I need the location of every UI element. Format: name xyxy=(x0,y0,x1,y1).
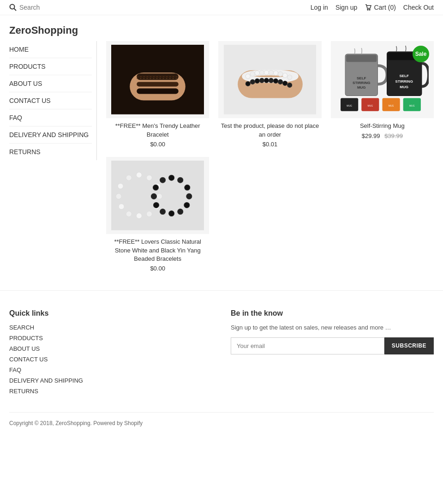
svg-text:MUG: MUG xyxy=(400,85,408,90)
sidebar-item-contact[interactable]: CONTACT US xyxy=(9,92,92,109)
svg-point-32 xyxy=(282,81,287,86)
svg-point-25 xyxy=(250,80,255,84)
svg-point-69 xyxy=(185,185,190,190)
svg-point-66 xyxy=(126,175,132,180)
svg-point-27 xyxy=(259,78,264,83)
product-image-3: SELF STIRRING MUG SELF STIRRING MUG xyxy=(331,41,434,118)
main-layout: HOME PRODUCTS ABOUT US CONTACT US FAQ DE… xyxy=(0,41,443,290)
svg-text:MUG: MUG xyxy=(409,104,415,107)
svg-text:MUG: MUG xyxy=(367,104,373,107)
quick-links-heading: Quick links xyxy=(9,309,212,318)
leather-bracelet-image xyxy=(111,45,204,114)
product-card-4[interactable]: **FREE** Lovers Classic Natural Stone Wh… xyxy=(106,157,209,272)
cart-link[interactable]: Cart (0) xyxy=(374,4,395,11)
svg-point-26 xyxy=(255,79,259,84)
footer-link-about[interactable]: ABOUT US xyxy=(9,345,212,352)
svg-point-73 xyxy=(169,211,174,216)
sidebar-nav: HOME PRODUCTS ABOUT US CONTACT US FAQ DE… xyxy=(9,41,97,160)
svg-point-68 xyxy=(178,177,183,183)
svg-point-31 xyxy=(278,80,282,84)
sidebar-item-delivery[interactable]: DELIVERY AND SHIPPING xyxy=(9,126,92,144)
svg-point-30 xyxy=(273,79,278,84)
site-logo[interactable]: ZeroShopping xyxy=(9,24,78,36)
svg-point-2 xyxy=(367,9,368,10)
svg-point-74 xyxy=(160,209,166,215)
sidebar-item-home[interactable]: HOME xyxy=(9,41,92,58)
product-price-4: $0.00 xyxy=(106,265,209,272)
top-nav-links: Log in Sign up Cart (0) Check Out xyxy=(311,4,434,11)
email-input[interactable] xyxy=(231,337,384,354)
sidebar: HOME PRODUCTS ABOUT US CONTACT US FAQ DE… xyxy=(9,41,97,290)
svg-text:SELF: SELF xyxy=(357,77,366,81)
subscribe-button[interactable]: SUBSCRIBE xyxy=(384,337,434,354)
sidebar-item-about[interactable]: ABOUT US xyxy=(9,75,92,92)
svg-point-76 xyxy=(151,194,157,199)
product-price-2: $0.01 xyxy=(218,141,321,148)
svg-text:STIRRING: STIRRING xyxy=(353,81,370,85)
svg-point-33 xyxy=(287,83,292,88)
svg-point-63 xyxy=(119,204,124,210)
product-price-1: $0.00 xyxy=(106,141,209,148)
yinyang-bracelet-image xyxy=(111,161,204,230)
search-area xyxy=(9,4,100,11)
footer-newsletter: Be in the know Sign up to get the latest… xyxy=(231,309,434,398)
footer-link-contact[interactable]: CONTACT US xyxy=(9,356,212,363)
sidebar-item-products[interactable]: PRODUCTS xyxy=(9,58,92,75)
product-image-2 xyxy=(218,41,321,118)
login-link[interactable]: Log in xyxy=(311,4,328,11)
svg-point-62 xyxy=(126,211,132,217)
svg-point-64 xyxy=(116,194,121,199)
svg-point-56 xyxy=(147,175,152,180)
product-title-4: **FREE** Lovers Classic Natural Stone Wh… xyxy=(106,238,209,263)
svg-point-17 xyxy=(259,71,264,75)
product-card-3[interactable]: SELF STIRRING MUG SELF STIRRING MUG xyxy=(331,41,434,148)
footer-link-faq[interactable]: FAQ xyxy=(9,366,212,373)
svg-point-16 xyxy=(255,71,259,76)
footer-link-delivery[interactable]: DELIVERY AND SHIPPING xyxy=(9,377,212,384)
svg-point-78 xyxy=(160,177,166,183)
signup-link[interactable]: Sign up xyxy=(335,4,357,11)
svg-point-75 xyxy=(154,203,159,208)
product-grid: **FREE** Men's Trendy Leather Bracelet $… xyxy=(106,41,434,290)
svg-point-21 xyxy=(278,72,282,77)
newsletter-heading: Be in the know xyxy=(231,309,434,318)
svg-text:MUG: MUG xyxy=(347,104,352,107)
svg-point-55 xyxy=(136,172,142,178)
sale-price-3: $29.99 xyxy=(362,132,380,139)
product-title-2: Test the product, please do not place an… xyxy=(218,122,321,138)
svg-point-58 xyxy=(157,194,162,199)
svg-point-70 xyxy=(186,194,192,199)
svg-point-20 xyxy=(273,71,278,76)
svg-point-29 xyxy=(269,78,273,83)
search-icon[interactable] xyxy=(9,4,17,11)
svg-point-18 xyxy=(264,71,269,75)
top-bar: Log in Sign up Cart (0) Check Out xyxy=(0,0,443,15)
svg-point-19 xyxy=(269,71,273,75)
footer-bottom: Copyright © 2018, ZeroShopping. Powered … xyxy=(9,412,434,426)
footer-link-search[interactable]: SEARCH xyxy=(9,324,212,331)
svg-point-77 xyxy=(153,185,159,190)
original-price-3: $39.99 xyxy=(384,132,403,139)
logo-bar: ZeroShopping xyxy=(0,15,443,41)
sidebar-item-faq[interactable]: FAQ xyxy=(9,109,92,126)
product-title-3: Self-Stirring Mug xyxy=(331,122,434,130)
footer-quick-links: Quick links SEARCH PRODUCTS ABOUT US CON… xyxy=(9,309,212,398)
svg-point-24 xyxy=(245,82,250,86)
svg-text:MUG: MUG xyxy=(389,104,394,107)
product-card-2[interactable]: Test the product, please do not place an… xyxy=(218,41,321,148)
svg-point-15 xyxy=(250,72,255,77)
sidebar-item-returns[interactable]: RETURNS xyxy=(9,144,92,160)
svg-point-22 xyxy=(282,73,287,78)
svg-point-65 xyxy=(118,183,123,189)
product-price-3: $29.99 $39.99 xyxy=(331,132,434,139)
checkout-link[interactable]: Check Out xyxy=(403,4,434,11)
product-title-1: **FREE** Men's Trendy Leather Bracelet xyxy=(106,122,209,138)
product-image-1 xyxy=(106,41,209,118)
footer-link-products[interactable]: PRODUCTS xyxy=(9,335,212,342)
search-input[interactable] xyxy=(19,4,100,11)
cart-area[interactable]: Cart (0) xyxy=(365,4,395,11)
footer-link-returns[interactable]: RETURNS xyxy=(9,388,212,395)
newsletter-description: Sign up to get the latest on sales, new … xyxy=(231,324,434,331)
product-card-1[interactable]: **FREE** Men's Trendy Leather Bracelet $… xyxy=(106,41,209,148)
copyright-text: Copyright © 2018, ZeroShopping. Powered … xyxy=(9,420,143,426)
